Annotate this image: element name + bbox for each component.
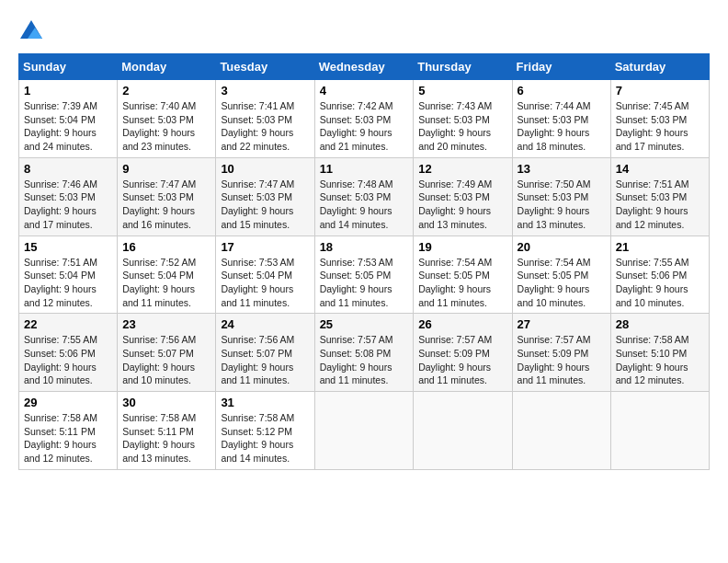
day-info: Sunrise: 7:51 AMSunset: 5:03 PMDaylight:… (616, 178, 689, 230)
day-number: 3 (221, 84, 309, 98)
calendar-cell: 2 Sunrise: 7:40 AMSunset: 5:03 PMDayligh… (118, 80, 216, 158)
day-number: 9 (122, 162, 210, 176)
day-number: 15 (24, 240, 112, 254)
calendar-cell: 8 Sunrise: 7:46 AMSunset: 5:03 PMDayligh… (19, 157, 118, 236)
day-info: Sunrise: 7:58 AMSunset: 5:11 PMDaylight:… (24, 412, 97, 464)
day-info: Sunrise: 7:46 AMSunset: 5:03 PMDaylight:… (24, 178, 97, 230)
calendar-cell: 15 Sunrise: 7:51 AMSunset: 5:04 PMDaylig… (19, 236, 118, 314)
calendar-cell (512, 392, 610, 470)
day-info: Sunrise: 7:43 AMSunset: 5:03 PMDaylight:… (418, 100, 492, 152)
day-number: 10 (221, 162, 309, 176)
calendar-cell (314, 392, 414, 470)
calendar-cell: 5 Sunrise: 7:43 AMSunset: 5:03 PMDayligh… (414, 80, 512, 158)
day-info: Sunrise: 7:56 AMSunset: 5:07 PMDaylight:… (221, 334, 294, 385)
day-number: 16 (122, 240, 210, 254)
calendar-cell: 29 Sunrise: 7:58 AMSunset: 5:11 PMDaylig… (19, 392, 118, 470)
calendar-cell: 30 Sunrise: 7:58 AMSunset: 5:11 PMDaylig… (118, 392, 216, 470)
calendar-cell: 25 Sunrise: 7:57 AMSunset: 5:08 PMDaylig… (314, 314, 414, 392)
calendar-cell: 23 Sunrise: 7:56 AMSunset: 5:07 PMDaylig… (118, 314, 216, 392)
day-info: Sunrise: 7:56 AMSunset: 5:07 PMDaylight:… (122, 334, 196, 385)
weekday-header-monday: Monday (118, 54, 216, 80)
day-number: 4 (320, 84, 409, 98)
calendar-cell: 3 Sunrise: 7:41 AMSunset: 5:03 PMDayligh… (216, 80, 314, 158)
calendar-cell: 31 Sunrise: 7:58 AMSunset: 5:12 PMDaylig… (216, 392, 314, 470)
weekday-header-sunday: Sunday (19, 54, 118, 80)
calendar-cell: 27 Sunrise: 7:57 AMSunset: 5:09 PMDaylig… (512, 314, 610, 392)
calendar-cell: 22 Sunrise: 7:55 AMSunset: 5:06 PMDaylig… (19, 314, 118, 392)
day-info: Sunrise: 7:40 AMSunset: 5:03 PMDaylight:… (122, 100, 196, 152)
calendar-cell: 11 Sunrise: 7:48 AMSunset: 5:03 PMDaylig… (314, 157, 414, 236)
day-info: Sunrise: 7:54 AMSunset: 5:05 PMDaylight:… (518, 257, 591, 308)
day-info: Sunrise: 7:52 AMSunset: 5:04 PMDaylight:… (122, 257, 196, 308)
calendar-cell: 16 Sunrise: 7:52 AMSunset: 5:04 PMDaylig… (118, 236, 216, 314)
day-info: Sunrise: 7:58 AMSunset: 5:10 PMDaylight:… (616, 334, 689, 385)
calendar-week-5: 29 Sunrise: 7:58 AMSunset: 5:11 PMDaylig… (19, 392, 710, 470)
calendar-cell: 14 Sunrise: 7:51 AMSunset: 5:03 PMDaylig… (610, 157, 709, 236)
day-number: 31 (221, 396, 309, 409)
day-number: 5 (418, 84, 506, 98)
day-number: 21 (616, 240, 704, 254)
day-number: 29 (24, 396, 112, 409)
weekday-header-wednesday: Wednesday (314, 54, 414, 80)
day-info: Sunrise: 7:47 AMSunset: 5:03 PMDaylight:… (122, 178, 196, 230)
day-number: 13 (518, 162, 606, 176)
calendar-week-4: 22 Sunrise: 7:55 AMSunset: 5:06 PMDaylig… (19, 314, 710, 392)
calendar-table: SundayMondayTuesdayWednesdayThursdayFrid… (18, 53, 710, 470)
calendar-cell: 21 Sunrise: 7:55 AMSunset: 5:06 PMDaylig… (610, 236, 709, 314)
calendar-cell: 19 Sunrise: 7:54 AMSunset: 5:05 PMDaylig… (414, 236, 512, 314)
calendar-cell: 6 Sunrise: 7:44 AMSunset: 5:03 PMDayligh… (512, 80, 610, 158)
day-number: 26 (418, 317, 506, 331)
weekday-header-saturday: Saturday (610, 54, 709, 80)
calendar-cell: 13 Sunrise: 7:50 AMSunset: 5:03 PMDaylig… (512, 157, 610, 236)
day-info: Sunrise: 7:53 AMSunset: 5:04 PMDaylight:… (221, 257, 294, 308)
day-number: 27 (518, 317, 606, 331)
calendar-cell: 17 Sunrise: 7:53 AMSunset: 5:04 PMDaylig… (216, 236, 314, 314)
calendar-week-1: 1 Sunrise: 7:39 AMSunset: 5:04 PMDayligh… (19, 80, 710, 158)
day-info: Sunrise: 7:57 AMSunset: 5:09 PMDaylight:… (418, 334, 492, 385)
weekday-header-tuesday: Tuesday (216, 54, 314, 80)
day-info: Sunrise: 7:54 AMSunset: 5:05 PMDaylight:… (418, 257, 492, 308)
day-number: 11 (320, 162, 409, 176)
calendar-cell: 9 Sunrise: 7:47 AMSunset: 5:03 PMDayligh… (118, 157, 216, 236)
day-info: Sunrise: 7:55 AMSunset: 5:06 PMDaylight:… (24, 334, 97, 385)
calendar-cell: 12 Sunrise: 7:49 AMSunset: 5:03 PMDaylig… (414, 157, 512, 236)
day-info: Sunrise: 7:39 AMSunset: 5:04 PMDaylight:… (24, 100, 97, 152)
calendar-cell: 7 Sunrise: 7:45 AMSunset: 5:03 PMDayligh… (610, 80, 709, 158)
day-number: 8 (24, 162, 112, 176)
logo-icon (18, 18, 44, 44)
day-info: Sunrise: 7:42 AMSunset: 5:03 PMDaylight:… (320, 100, 393, 152)
day-info: Sunrise: 7:58 AMSunset: 5:11 PMDaylight:… (122, 412, 196, 464)
calendar-cell: 18 Sunrise: 7:53 AMSunset: 5:05 PMDaylig… (314, 236, 414, 314)
day-number: 17 (221, 240, 309, 254)
day-number: 12 (418, 162, 506, 176)
calendar-cell: 26 Sunrise: 7:57 AMSunset: 5:09 PMDaylig… (414, 314, 512, 392)
calendar-cell (414, 392, 512, 470)
weekday-header-row: SundayMondayTuesdayWednesdayThursdayFrid… (19, 54, 710, 80)
day-number: 20 (518, 240, 606, 254)
day-info: Sunrise: 7:41 AMSunset: 5:03 PMDaylight:… (221, 100, 294, 152)
day-number: 30 (122, 396, 210, 409)
day-number: 24 (221, 317, 309, 331)
day-info: Sunrise: 7:49 AMSunset: 5:03 PMDaylight:… (418, 178, 492, 230)
calendar-cell: 20 Sunrise: 7:54 AMSunset: 5:05 PMDaylig… (512, 236, 610, 314)
day-info: Sunrise: 7:57 AMSunset: 5:08 PMDaylight:… (320, 334, 393, 385)
day-number: 19 (418, 240, 506, 254)
day-number: 2 (122, 84, 210, 98)
calendar-week-2: 8 Sunrise: 7:46 AMSunset: 5:03 PMDayligh… (19, 157, 710, 236)
day-number: 1 (24, 84, 112, 98)
calendar-cell: 28 Sunrise: 7:58 AMSunset: 5:10 PMDaylig… (610, 314, 709, 392)
weekday-header-friday: Friday (512, 54, 610, 80)
day-info: Sunrise: 7:50 AMSunset: 5:03 PMDaylight:… (518, 178, 591, 230)
day-info: Sunrise: 7:57 AMSunset: 5:09 PMDaylight:… (518, 334, 591, 385)
day-info: Sunrise: 7:48 AMSunset: 5:03 PMDaylight:… (320, 178, 393, 230)
weekday-header-thursday: Thursday (414, 54, 512, 80)
calendar-week-3: 15 Sunrise: 7:51 AMSunset: 5:04 PMDaylig… (19, 236, 710, 314)
day-number: 28 (616, 317, 704, 331)
day-info: Sunrise: 7:51 AMSunset: 5:04 PMDaylight:… (24, 257, 97, 308)
day-number: 14 (616, 162, 704, 176)
day-info: Sunrise: 7:55 AMSunset: 5:06 PMDaylight:… (616, 257, 689, 308)
day-number: 7 (616, 84, 704, 98)
header (18, 18, 710, 44)
day-number: 25 (320, 317, 409, 331)
logo (18, 18, 46, 44)
